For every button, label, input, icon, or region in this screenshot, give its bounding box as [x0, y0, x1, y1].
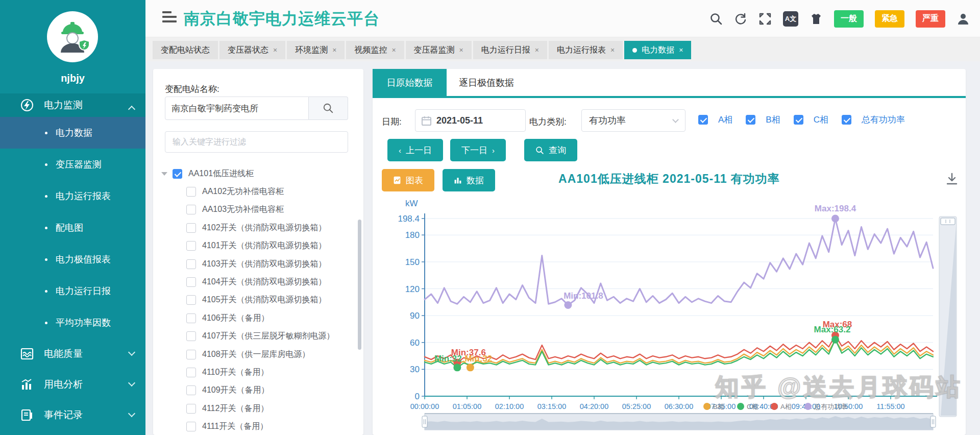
checkbox[interactable]: [746, 115, 755, 125]
sidebar-item-7[interactable]: 平均功率因数: [0, 307, 145, 339]
datazoom-handle[interactable]: [930, 416, 936, 427]
tree-node-2[interactable]: AA103无功补偿电容柜: [186, 202, 284, 218]
tree-node-6[interactable]: 4104开关（供消防双电源切换箱）: [186, 274, 327, 289]
download-icon[interactable]: [945, 172, 959, 185]
station-search-button[interactable]: [309, 96, 348, 120]
sidebar-item-8[interactable]: 电能质量: [0, 339, 145, 369]
close-icon[interactable]: ×: [273, 46, 277, 54]
sidebar-item-0[interactable]: 电力监测: [0, 93, 145, 117]
close-icon[interactable]: ×: [459, 46, 463, 54]
checkbox[interactable]: [794, 115, 803, 125]
close-icon[interactable]: ×: [610, 46, 615, 54]
checkbox[interactable]: [186, 385, 196, 395]
tab-daily-raw-data[interactable]: 日原始数据: [373, 69, 447, 96]
phase-checkbox-总有功功率[interactable]: 总有功功率: [842, 114, 905, 126]
severity-urgent-button[interactable]: 紧急: [875, 10, 904, 28]
checkbox[interactable]: [698, 115, 708, 125]
checkbox[interactable]: [186, 313, 196, 323]
close-icon[interactable]: ×: [332, 46, 336, 54]
sidebar-item-9[interactable]: 用电分析: [0, 369, 145, 400]
tree-node-13[interactable]: 4112开关（备用）: [186, 401, 268, 416]
open-tab-7[interactable]: 电力数据×: [624, 41, 691, 59]
checkbox[interactable]: [173, 169, 182, 179]
fullscreen-icon[interactable]: [758, 12, 772, 26]
sidebar-item-6[interactable]: 电力运行日报: [0, 275, 145, 307]
datazoom-handle[interactable]: [941, 218, 955, 225]
tree-node-9[interactable]: 4107开关（供三层脱牙敏糊剂电源）: [186, 329, 335, 344]
tree-node-5[interactable]: 4103开关（供消防双电源切换箱）: [186, 256, 327, 272]
datazoom-handle[interactable]: [422, 416, 427, 427]
legend-dot-总有功功率[interactable]: [804, 403, 812, 410]
bullet-icon: [45, 132, 47, 134]
query-button[interactable]: 查询: [524, 139, 577, 161]
open-tab-2[interactable]: 环境监测×: [287, 41, 345, 59]
phase-checkbox-B相[interactable]: B相: [746, 114, 780, 126]
search-icon[interactable]: [709, 12, 723, 26]
datazoom-horizontal[interactable]: [422, 414, 936, 430]
checkbox[interactable]: [186, 331, 196, 341]
tree-node-8[interactable]: 4106开关（备用）: [186, 310, 270, 326]
caret-down-icon[interactable]: [161, 172, 167, 176]
tree-node-10[interactable]: 4108开关（供一层库房电源）: [186, 347, 310, 362]
prev-day-button[interactable]: ‹上一日: [387, 139, 443, 161]
severity-critical-button[interactable]: 严重: [916, 10, 945, 28]
checkbox[interactable]: [186, 187, 196, 197]
tree-node-3[interactable]: 4102开关（供消防双电源切换箱）: [186, 220, 327, 235]
power-category-select[interactable]: 有功功率: [581, 109, 685, 132]
tree-node-7[interactable]: 4105开关（供消防双电源切换箱）: [186, 293, 327, 308]
tree-node-11[interactable]: 4110开关（备用）: [186, 365, 268, 380]
refresh-icon[interactable]: [734, 12, 747, 26]
close-icon[interactable]: ×: [391, 46, 396, 54]
severity-normal-button[interactable]: 一般: [834, 10, 864, 28]
records-icon: [20, 408, 34, 422]
legend-dot-A相[interactable]: [771, 403, 778, 410]
datazoom-vertical[interactable]: [939, 216, 957, 417]
checkbox[interactable]: [186, 259, 196, 269]
close-icon[interactable]: ×: [535, 46, 539, 54]
translate-icon[interactable]: A文: [783, 11, 798, 27]
checkbox[interactable]: [186, 368, 196, 377]
sidebar-item-10[interactable]: 事件记录: [0, 400, 145, 430]
station-name-label: 变配电站名称:: [165, 83, 219, 95]
tab-daily-extreme-data[interactable]: 逐日极值数据: [447, 69, 526, 96]
date-picker[interactable]: 2021-05-11: [415, 109, 526, 132]
open-tab-4[interactable]: 变压器监测×: [406, 41, 472, 59]
open-tab-0[interactable]: 变配电站状态: [153, 41, 218, 59]
tree-node-12[interactable]: 4109开关（备用）: [186, 383, 270, 398]
tree-filter-input[interactable]: [165, 131, 348, 153]
open-tab-6[interactable]: 电力运行报表×: [549, 41, 623, 59]
open-tab-3[interactable]: 视频监控×: [346, 41, 404, 59]
hamburger-icon[interactable]: [162, 11, 177, 25]
sidebar-item-1[interactable]: 电力数据: [0, 117, 145, 149]
checkbox[interactable]: [186, 422, 196, 431]
open-tab-1[interactable]: 变压器状态×: [219, 41, 285, 59]
theme-icon[interactable]: [810, 12, 823, 26]
tree-scrollbar[interactable]: [358, 220, 361, 350]
checkbox[interactable]: [186, 277, 196, 287]
legend-dot-B相[interactable]: [703, 403, 710, 410]
phase-checkbox-C相[interactable]: C相: [794, 114, 828, 126]
sidebar-item-2[interactable]: 变压器监测: [0, 149, 145, 180]
sidebar-item-5[interactable]: 电力极值报表: [0, 244, 145, 275]
sidebar-item-4[interactable]: 配电图: [0, 212, 145, 244]
tree-node-14[interactable]: 4111开关（备用）: [186, 419, 268, 434]
open-tab-5[interactable]: 电力运行日报×: [473, 41, 547, 59]
phase-checkbox-A相[interactable]: A相: [698, 114, 732, 126]
user-icon[interactable]: [957, 12, 970, 26]
station-name-input[interactable]: [165, 96, 309, 120]
checkbox[interactable]: [186, 223, 196, 233]
checkbox[interactable]: [186, 404, 196, 414]
checkbox[interactable]: [186, 350, 196, 359]
checkbox[interactable]: [186, 295, 196, 305]
close-icon[interactable]: ×: [679, 46, 683, 54]
legend-dot-C相[interactable]: [737, 403, 744, 410]
tree-node-4[interactable]: 4101开关（供消防双电源切换箱）: [186, 238, 327, 254]
tree-node-0[interactable]: AA101低压进线柜: [161, 166, 254, 181]
checkbox[interactable]: [186, 205, 196, 214]
checkbox[interactable]: [186, 241, 196, 251]
checkbox[interactable]: [842, 115, 851, 125]
next-day-button[interactable]: 下一日›: [450, 139, 506, 161]
tree-node-1[interactable]: AA102无功补偿电容柜: [186, 184, 284, 199]
quality-icon: [20, 347, 34, 360]
sidebar-item-3[interactable]: 电力运行报表: [0, 180, 145, 212]
